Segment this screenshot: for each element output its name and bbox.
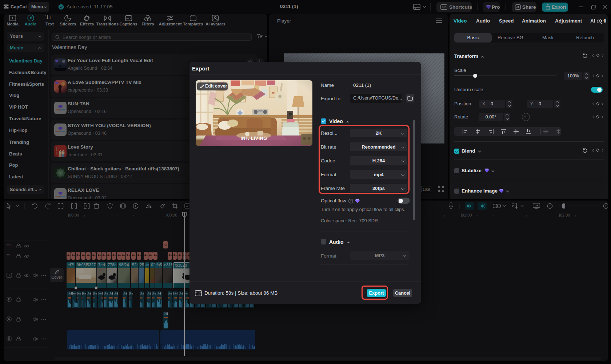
svg-text:INT. LIVING: INT. LIVING	[241, 136, 267, 141]
svg-text:?: ?	[350, 199, 352, 203]
